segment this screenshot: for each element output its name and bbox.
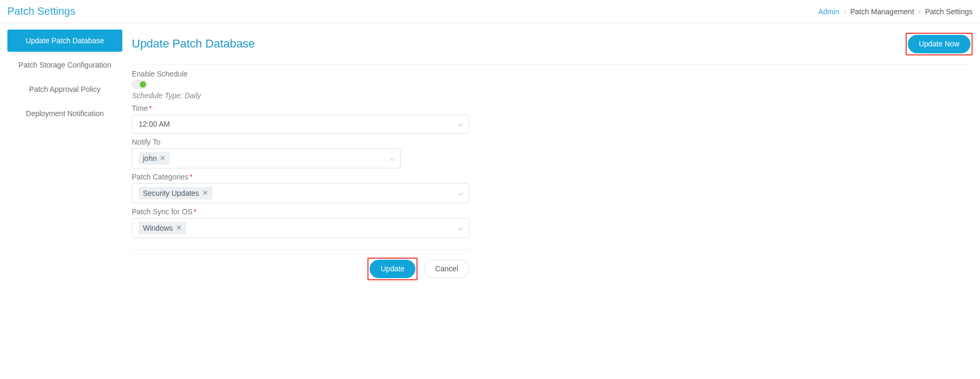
notify-tag-text: john [143, 154, 157, 163]
divider [132, 250, 469, 250]
sidebar-item-update-patch-database[interactable]: Update Patch Database [7, 30, 122, 52]
patch-category-tag: Security Updates ✕ [139, 187, 212, 200]
notify-tag: john ✕ [139, 152, 170, 165]
section-title: Update Patch Database [132, 37, 255, 51]
patch-categories-select[interactable]: Security Updates ✕ [132, 183, 469, 203]
main-header: Update Patch Database Update Now [132, 33, 973, 64]
patch-sync-os-label-text: Patch Sync for OS [132, 207, 192, 216]
patch-sync-os-tag-text: Windows [143, 224, 173, 232]
highlight-update: Update [367, 258, 418, 280]
chevron-down-icon [390, 154, 395, 163]
time-label-text: Time [132, 104, 148, 112]
patch-sync-os-tag: Windows ✕ [139, 222, 186, 234]
header-bar: Patch Settings Admin › Patch Management … [0, 0, 980, 23]
chevron-down-icon [458, 189, 463, 197]
chevron-right-icon: › [918, 7, 921, 16]
patch-categories-label: Patch Categories* [132, 173, 973, 181]
sidebar-item-patch-approval-policy[interactable]: Patch Approval Policy [7, 78, 122, 100]
schedule-type: Schedule Type: Daily [132, 91, 973, 100]
enable-schedule-toggle[interactable] [132, 80, 148, 89]
notify-to-label: Notify To [132, 138, 973, 146]
action-row: Update Cancel [132, 258, 469, 280]
highlight-update-now: Update Now [906, 33, 973, 55]
schedule-type-prefix: Schedule Type: [132, 91, 185, 100]
breadcrumb: Admin › Patch Management › Patch Setting… [818, 7, 973, 16]
sidebar: Update Patch Database Patch Storage Conf… [0, 23, 122, 291]
update-button[interactable]: Update [370, 260, 415, 278]
main: Update Patch Database Update Now Enable … [122, 23, 980, 291]
sidebar-item-deployment-notification[interactable]: Deployment Notification [7, 102, 122, 125]
breadcrumb-admin[interactable]: Admin [818, 7, 839, 16]
close-icon[interactable]: ✕ [202, 190, 208, 196]
chevron-right-icon: › [843, 7, 846, 16]
enable-schedule-label: Enable Schedule [132, 70, 973, 78]
patch-sync-os-label: Patch Sync for OS* [132, 207, 973, 216]
required-icon: * [193, 207, 196, 216]
time-select[interactable]: 12:00 AM [132, 115, 469, 134]
time-value: 12:00 AM [139, 120, 170, 128]
required-icon: * [149, 104, 152, 112]
update-now-button[interactable]: Update Now [908, 35, 971, 53]
patch-sync-os-select[interactable]: Windows ✕ [132, 218, 469, 238]
page-title: Patch Settings [7, 5, 75, 17]
cancel-button[interactable]: Cancel [424, 260, 469, 278]
close-icon[interactable]: ✕ [176, 224, 182, 231]
required-icon: * [189, 173, 192, 181]
breadcrumb-patch-settings: Patch Settings [925, 7, 973, 16]
breadcrumb-patch-management[interactable]: Patch Management [850, 7, 914, 16]
time-label: Time* [132, 104, 973, 112]
chevron-down-icon [458, 120, 463, 128]
patch-category-tag-text: Security Updates [143, 189, 199, 197]
toggle-knob-icon [140, 81, 146, 88]
chevron-down-icon [458, 224, 463, 232]
layout: Update Patch Database Patch Storage Conf… [0, 23, 980, 291]
close-icon[interactable]: ✕ [160, 155, 166, 162]
schedule-type-value: Daily [185, 91, 201, 100]
sidebar-item-patch-storage-configuration[interactable]: Patch Storage Configuration [7, 54, 122, 76]
patch-categories-label-text: Patch Categories [132, 173, 188, 181]
notify-to-select[interactable]: john ✕ [132, 148, 401, 168]
